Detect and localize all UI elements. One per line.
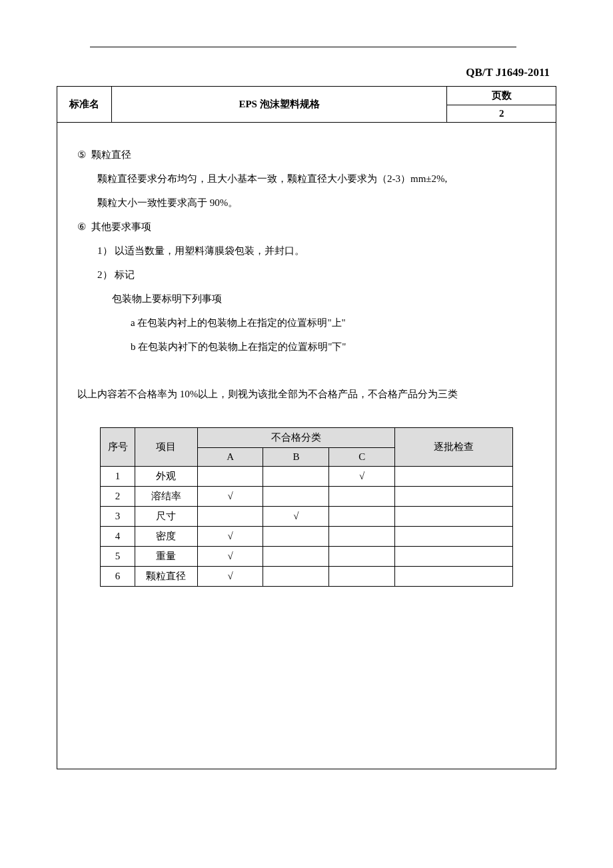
table-cell-item: 溶结率 [135,486,198,506]
th-item: 项目 [135,427,198,466]
table-cell-check [395,526,513,546]
item5-line: ⑤ 颗粒直径 [77,143,541,167]
table-cell-check [395,566,513,586]
content-frame: ⑤ 颗粒直径 颗粒直径要求分布均匀，且大小基本一致，颗粒直径大小要求为（2-3）… [57,123,556,769]
std-name-label: 标准名 [57,87,112,123]
item6-sub2: 2） 标记 [97,263,541,287]
table-cell-c [329,546,395,566]
table-cell-a: √ [197,566,263,586]
doc-title: EPS 泡沫塑料规格 [111,87,447,123]
th-check: 逐批检查 [395,427,513,466]
table-row: 5重量√ [101,546,513,566]
page-label: 页数 [447,87,556,105]
table-cell-check [395,486,513,506]
table-cell-idx: 1 [101,466,135,486]
table-cell-idx: 2 [101,486,135,506]
table-cell-check [395,546,513,566]
table-row: 2溶结率√ [101,486,513,506]
table-cell-b [263,566,329,586]
table-cell-check [395,506,513,526]
table-cell-c [329,526,395,546]
page-number: 2 [447,105,556,123]
table-cell-b [263,486,329,506]
table-cell-c: √ [329,466,395,486]
classification-table: 序号 项目 不合格分类 逐批检查 A B C 1外观√2溶结率√3尺寸√4密度√… [100,427,513,587]
table-cell-a: √ [197,546,263,566]
table-cell-b: √ [263,506,329,526]
item6-line: ⑥ 其他要求事项 [77,215,541,239]
table-row: 1外观√ [101,466,513,486]
th-c: C [329,447,395,466]
table-cell-c [329,566,395,586]
item6-title: 其他要求事项 [91,221,151,232]
page-container: QB/T J1649-2011 标准名 EPS 泡沫塑料规格 页数 2 ⑤ 颗粒… [0,0,613,809]
table-cell-a [197,466,263,486]
table-cell-idx: 3 [101,506,135,526]
table-cell-idx: 5 [101,546,135,566]
classification-tbody: 1外观√2溶结率√3尺寸√4密度√5重量√6颗粒直径√ [101,466,513,586]
table-cell-idx: 6 [101,566,135,586]
document-code: QB/T J1649-2011 [57,66,556,79]
top-horizontal-rule [90,47,516,47]
table-cell-a: √ [197,486,263,506]
table-row: 4密度√ [101,526,513,546]
table-cell-b [263,466,329,486]
table-cell-a [197,506,263,526]
th-a: A [197,447,263,466]
item6-sub1: 1） 以适当数量，用塑料薄膜袋包装，并封口。 [97,239,541,263]
table-cell-idx: 4 [101,526,135,546]
th-index: 序号 [101,427,135,466]
item5-text1: 颗粒直径要求分布均匀，且大小基本一致，颗粒直径大小要求为（2-3）mm±2%, [97,167,541,191]
item5-text2: 颗粒大小一致性要求高于 90%。 [97,191,541,215]
table-cell-a: √ [197,526,263,546]
table-cell-item: 尺寸 [135,506,198,526]
item6-number: ⑥ [77,221,86,232]
table-cell-item: 密度 [135,526,198,546]
table-cell-c [329,486,395,506]
nonconforming-note: 以上内容若不合格率为 10%以上，则视为该批全部为不合格产品，不合格产品分为三类 [77,387,541,402]
item5-number: ⑤ [77,149,86,160]
table-cell-c [329,506,395,526]
header-table: 标准名 EPS 泡沫塑料规格 页数 2 [57,86,556,123]
th-b: B [263,447,329,466]
table-cell-b [263,546,329,566]
table-row: 6颗粒直径√ [101,566,513,586]
table-cell-item: 重量 [135,546,198,566]
item6-sub2-intro: 包装物上要标明下列事项 [112,287,541,311]
th-nc-group: 不合格分类 [197,427,394,447]
table-row: 3尺寸√ [101,506,513,526]
item6-sub2-a: a 在包装内衬上的包装物上在指定的位置标明"上" [131,311,541,335]
table-cell-b [263,526,329,546]
item6-sub2-b: b 在包装内衬下的包装物上在指定的位置标明"下" [131,335,541,359]
table-cell-check [395,466,513,486]
table-cell-item: 颗粒直径 [135,566,198,586]
table-cell-item: 外观 [135,466,198,486]
item5-title: 颗粒直径 [91,149,131,160]
